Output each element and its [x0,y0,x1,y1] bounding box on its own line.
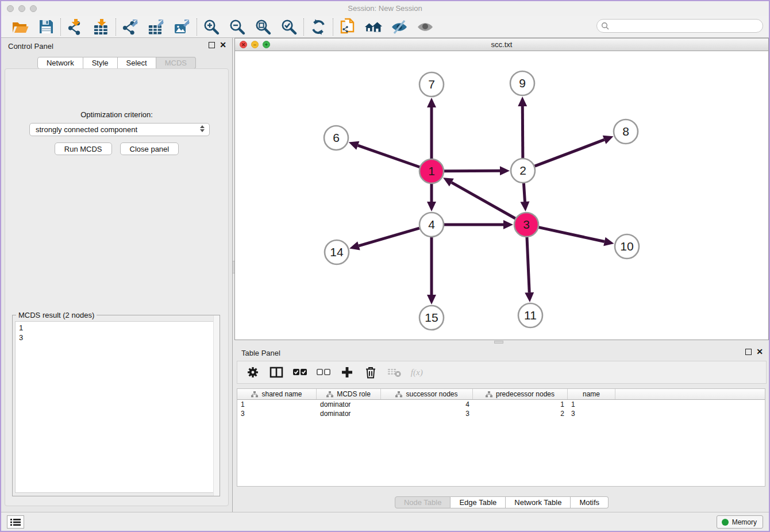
first-neighbors-icon[interactable] [364,18,383,36]
zoom-in-icon[interactable] [202,18,221,36]
status-bar: Memory [1,512,769,531]
graph-edge-arrowhead [525,292,534,302]
graph-edge-2-3[interactable] [523,183,525,202]
refresh-view-icon[interactable] [309,18,328,36]
window-title: Session: New Session [1,4,769,13]
tab-network[interactable]: Network [37,57,83,69]
graph-node-label-6: 6 [333,131,340,144]
delete-columns-icon[interactable] [363,365,378,380]
tab-network-table[interactable]: Network Table [506,496,571,508]
graph-edge-4-14[interactable] [359,228,419,246]
mcds-panel: Optimization criterion: strongly connect… [5,68,229,506]
cell-MCDS-role[interactable]: dominator [317,400,381,409]
show-hidden-icon[interactable] [416,18,434,36]
task-history-button[interactable] [7,515,24,529]
memory-status-icon [722,519,729,526]
cell-successor-nodes[interactable]: 4 [381,400,473,409]
cell-shared-name[interactable]: 3 [237,409,317,418]
zoom-selected-icon[interactable] [280,18,298,36]
zoom-fit-icon[interactable] [254,18,272,36]
table-header-row: shared nameMCDS rolesuccessor nodesprede… [237,389,765,400]
graph-edge-1-2[interactable] [444,171,500,171]
table-options-gear-icon[interactable] [245,365,260,380]
search-input[interactable] [596,19,763,33]
result-scrollbar[interactable] [213,315,220,496]
graph-edge-arrowhead [427,98,436,107]
graph-edge-3-1[interactable] [452,183,515,219]
cell-predecessor-nodes[interactable]: 2 [473,409,568,418]
control-panel-tabs: NetworkStyleSelectMCDS [1,57,232,69]
graph-edge-arrowhead [520,202,529,211]
zoom-out-icon[interactable] [228,18,247,36]
memory-button[interactable]: Memory [717,515,763,529]
cell-MCDS-role[interactable]: dominator [317,409,381,418]
cell-predecessor-nodes[interactable]: 1 [473,400,568,409]
graph-edge-1-6[interactable] [358,145,419,167]
graph-edge-3-10[interactable] [538,228,604,242]
import-network-icon[interactable] [66,18,84,36]
show-columns-icon[interactable] [269,365,284,380]
optimization-criterion-label: Optimization criterion: [5,110,228,119]
create-column-icon[interactable] [340,365,355,380]
open-file-icon[interactable] [11,18,29,36]
column-header-filler [615,389,765,399]
network-canvas[interactable]: 7968124314101511 [235,51,768,340]
graph-node-label-10: 10 [620,240,633,253]
table-row[interactable]: 1dominator411 [237,400,765,409]
control-panel-title: Control Panel [8,42,53,51]
save-session-icon[interactable] [37,18,55,36]
new-network-from-selection-icon[interactable] [338,18,357,36]
search-icon [601,22,609,30]
export-network-icon[interactable] [121,18,140,36]
svg-text:f(x): f(x) [411,367,423,377]
graph-node-label-8: 8 [622,125,629,138]
close-table-panel-icon[interactable]: ✕ [756,349,763,355]
hide-selected-icon[interactable] [390,18,409,36]
graph-node-label-11: 11 [524,309,537,322]
graph-edge-2-8[interactable] [535,140,605,166]
float-table-panel-icon[interactable] [745,349,752,355]
column-header-shared-name[interactable]: shared name [237,389,317,399]
cell-successor-nodes[interactable]: 3 [381,409,473,418]
column-label: shared name [261,390,302,398]
control-panel-header: Control Panel ✕ [1,38,232,55]
network-view-window: ✕ − + scc.txt 7968124314101511 [234,38,769,340]
float-panel-icon[interactable] [209,42,215,48]
column-header-MCDS-role[interactable]: MCDS role [317,389,381,399]
tab-style[interactable]: Style [83,57,118,69]
close-panel-button[interactable]: Close panel [120,142,179,155]
tab-node-table[interactable]: Node Table [395,496,451,508]
horizontal-splitter[interactable] [234,340,769,345]
close-panel-icon[interactable]: ✕ [220,42,226,48]
tab-edge-table[interactable]: Edge Table [451,496,506,508]
cell-shared-name[interactable]: 1 [237,400,317,409]
deselect-all-checkboxes-icon[interactable] [316,365,331,380]
column-header-predecessor-nodes[interactable]: predecessor nodes [473,389,568,399]
graph-node-label-3: 3 [523,218,530,231]
function-builder-icon: f(x) [410,365,425,380]
export-table-icon[interactable] [147,18,165,36]
import-table-icon[interactable] [92,18,110,36]
column-header-name[interactable]: name [568,389,615,399]
run-mcds-button[interactable]: Run MCDS [55,142,112,155]
graph-node-label-14: 14 [330,245,344,259]
cell-name[interactable]: 3 [568,409,615,418]
horizontal-splitter-grip[interactable] [494,341,503,344]
network-window-titlebar: ✕ − + scc.txt [235,38,768,51]
mcds-result-text[interactable]: 1 3 [15,321,217,493]
tab-motifs[interactable]: Motifs [571,496,609,508]
graph-edge-arrowhead [427,202,436,211]
graph-edge-2-9[interactable] [522,106,523,158]
table-row[interactable]: 3dominator323 [237,409,765,418]
column-header-successor-nodes[interactable]: successor nodes [381,389,473,399]
optimization-criterion-select[interactable]: strongly connected component [29,123,210,136]
graph-edge-3-11[interactable] [527,237,529,292]
tab-select[interactable]: Select [118,57,156,69]
graph-edge-arrowhead [349,141,360,150]
cell-name[interactable]: 1 [568,400,615,409]
export-image-icon[interactable] [173,18,191,36]
select-all-checkboxes-icon[interactable] [292,365,307,380]
memory-label: Memory [732,518,757,526]
main-toolbar [1,16,769,38]
tab-mcds[interactable]: MCDS [156,57,196,69]
